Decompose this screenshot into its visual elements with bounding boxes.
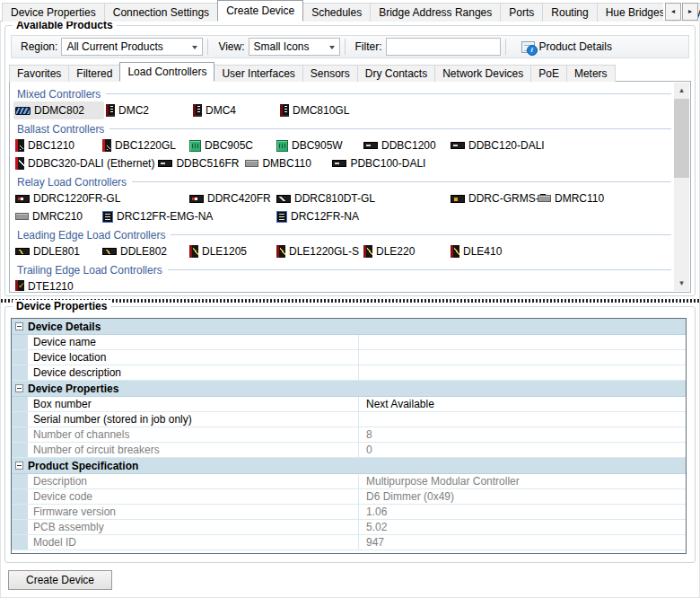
tall-red-yellow-icon bbox=[276, 245, 285, 258]
product-item-dmrc210[interactable]: DMRC210 bbox=[13, 207, 101, 225]
product-item-dmbc110[interactable]: DMBC110 bbox=[243, 154, 330, 172]
product-item-dte1210[interactable]: DTE1210 bbox=[13, 277, 101, 291]
wide-black-icon bbox=[332, 160, 346, 167]
filter-input[interactable] bbox=[386, 38, 501, 56]
property-row-firmware-version: Firmware version1.06 bbox=[12, 505, 686, 520]
product-item-ddle801[interactable]: DDLE801 bbox=[13, 242, 101, 260]
product-item-dmc810gl[interactable]: DMC810GL bbox=[278, 101, 365, 119]
tall-black-red-icon bbox=[15, 139, 24, 152]
product-item-dbc1210[interactable]: DBC1210 bbox=[13, 136, 101, 154]
category-tab-sensors[interactable]: Sensors bbox=[302, 65, 358, 82]
green-module-icon bbox=[276, 140, 288, 152]
category-tab-dry-contacts[interactable]: Dry Contacts bbox=[357, 65, 435, 82]
category-tab-meters[interactable]: Meters bbox=[566, 65, 616, 82]
category-tab-user-interfaces[interactable]: User Interfaces bbox=[214, 65, 302, 82]
product-item-dmc2[interactable]: DMC2 bbox=[104, 101, 191, 119]
region-label: Region: bbox=[21, 40, 57, 53]
region-dropdown[interactable]: All Current Products bbox=[61, 38, 203, 56]
product-item-dbc1220gl[interactable]: DBC1220GL bbox=[101, 136, 188, 154]
product-details-label: Product Details bbox=[539, 40, 612, 53]
create-device-button[interactable]: Create Device bbox=[8, 570, 112, 590]
property-row-serial-number-stored-in-job-only: Serial number (stored in job only) bbox=[12, 412, 686, 427]
tall-black-red-icon bbox=[102, 139, 111, 152]
chevron-down-icon bbox=[192, 46, 197, 49]
product-item-ddle802[interactable]: DDLE802 bbox=[101, 242, 188, 260]
tab-scroll-left-icon[interactable]: ◂ bbox=[665, 3, 681, 21]
collapse-minus-icon[interactable] bbox=[15, 322, 23, 330]
wide-black-icon bbox=[363, 142, 378, 149]
category-tab-load-controllers[interactable]: Load Controllers bbox=[119, 62, 214, 82]
product-item-drc12fr-na[interactable]: DRC12FR-NA bbox=[275, 207, 362, 225]
tab-routing[interactable]: Routing bbox=[542, 3, 597, 22]
product-item-label: DDLE802 bbox=[120, 245, 167, 258]
wide-black-orange-icon bbox=[451, 195, 465, 203]
tab-schedules[interactable]: Schedules bbox=[302, 3, 371, 22]
property-label: Device location bbox=[28, 350, 359, 365]
group-items: DDLE801DDLE802DLE1205DLE1220GL-SDLE220DL… bbox=[12, 242, 673, 260]
product-item-dbc905w[interactable]: DBC905W bbox=[275, 136, 362, 154]
product-item-ddbc1200[interactable]: DDBC1200 bbox=[362, 136, 449, 154]
product-item-drc12fr-emg-na[interactable]: DRC12FR-EMG-NA bbox=[101, 207, 275, 225]
product-item-ddbc516fr[interactable]: DDBC516FR bbox=[156, 154, 243, 172]
property-value[interactable] bbox=[359, 350, 686, 365]
wide-gray-icon bbox=[245, 160, 258, 167]
product-item-dle220[interactable]: DLE220 bbox=[362, 242, 449, 260]
group-header-ballast-controllers: Ballast Controllers bbox=[17, 122, 671, 136]
property-value[interactable]: Next Available bbox=[359, 397, 686, 411]
product-item-ddbc120-dali[interactable]: DDBC120-DALI bbox=[449, 136, 536, 154]
product-category-tab-bar: FavoritesFilteredLoad ControllersUser In… bbox=[9, 62, 689, 82]
info-page-icon bbox=[521, 41, 535, 53]
product-item-dbc905c[interactable]: DBC905C bbox=[188, 136, 275, 154]
group-divider-line bbox=[109, 128, 671, 129]
product-details-button[interactable]: Product Details bbox=[516, 39, 617, 55]
tab-ports[interactable]: Ports bbox=[500, 3, 543, 22]
product-item-pdbc100-dali[interactable]: PDBC100-DALI bbox=[330, 154, 417, 172]
product-item-ddmc802[interactable]: DDMC802 bbox=[13, 101, 104, 119]
tab-bridge-address-ranges[interactable]: Bridge Address Ranges bbox=[370, 3, 501, 22]
tall-dark-red-icon bbox=[193, 104, 202, 117]
group-title: Relay Load Controllers bbox=[17, 176, 127, 189]
product-item-ddrc420fr[interactable]: DDRC420FR bbox=[188, 189, 275, 207]
product-item-dle1220gl-s[interactable]: DLE1220GL-S bbox=[275, 242, 362, 260]
property-row-gutter bbox=[12, 443, 28, 457]
tab-create-device[interactable]: Create Device bbox=[217, 0, 303, 22]
property-row-model-id: Model ID947 bbox=[12, 535, 686, 550]
property-value[interactable] bbox=[359, 335, 686, 349]
product-item-ddrc1220fr-gl[interactable]: DDRC1220FR-GL bbox=[13, 189, 188, 207]
product-list-scrollbar[interactable]: ▴ ▾ bbox=[674, 83, 689, 291]
product-item-dle1205[interactable]: DLE1205 bbox=[188, 242, 275, 260]
category-tab-poe[interactable]: PoE bbox=[530, 65, 567, 82]
property-value[interactable] bbox=[359, 412, 686, 427]
chevron-down-icon bbox=[329, 46, 335, 49]
tab-scroll-right-icon[interactable]: ▸ bbox=[682, 3, 698, 21]
scroll-up-icon[interactable]: ▴ bbox=[674, 83, 689, 98]
category-tab-network-devices[interactable]: Network Devices bbox=[434, 65, 531, 82]
scrollbar-thumb[interactable] bbox=[674, 99, 689, 178]
product-item-ddbc320-dali-ethernet[interactable]: DDBC320-DALI (Ethernet) bbox=[13, 154, 156, 172]
property-value[interactable] bbox=[359, 365, 686, 380]
available-products-groupbox: Available Products Region: All Current P… bbox=[4, 25, 696, 296]
category-tab-filtered[interactable]: Filtered bbox=[68, 65, 120, 82]
collapse-minus-icon[interactable] bbox=[15, 384, 23, 392]
scroll-down-icon[interactable]: ▾ bbox=[674, 276, 689, 291]
product-item-ddrc810dt-gl[interactable]: DDRC810DT-GL bbox=[275, 189, 449, 207]
tab-connection-settings[interactable]: Connection Settings bbox=[104, 3, 218, 22]
product-item-ddrc-grms-e[interactable]: DDRC-GRMS-E bbox=[449, 189, 536, 207]
tab-device-properties[interactable]: Device Properties bbox=[2, 3, 105, 22]
property-row-gutter bbox=[12, 474, 28, 488]
product-item-dmc4[interactable]: DMC4 bbox=[191, 101, 278, 119]
product-item-label: DBC905W bbox=[292, 139, 343, 152]
tab-hue-bridges[interactable]: Hue Bridges bbox=[597, 3, 674, 22]
property-label: Box number bbox=[28, 397, 359, 411]
product-list-content: Mixed ControllersDDMC802DMC2DMC4DMC810GL… bbox=[12, 83, 673, 291]
product-item-dle410[interactable]: DLE410 bbox=[449, 242, 536, 260]
property-row-device-description: Device description bbox=[12, 365, 686, 381]
view-dropdown[interactable]: Small Icons bbox=[249, 38, 340, 56]
wide-gray-icon bbox=[15, 213, 29, 220]
collapse-minus-icon[interactable] bbox=[15, 462, 23, 470]
product-item-dmrc110[interactable]: DMRC110 bbox=[536, 189, 623, 207]
tall-red-yellow-icon bbox=[363, 245, 372, 258]
group-title: Ballast Controllers bbox=[17, 123, 104, 136]
category-tab-favorites[interactable]: Favorites bbox=[9, 65, 69, 82]
wide-black-icon bbox=[158, 160, 172, 167]
